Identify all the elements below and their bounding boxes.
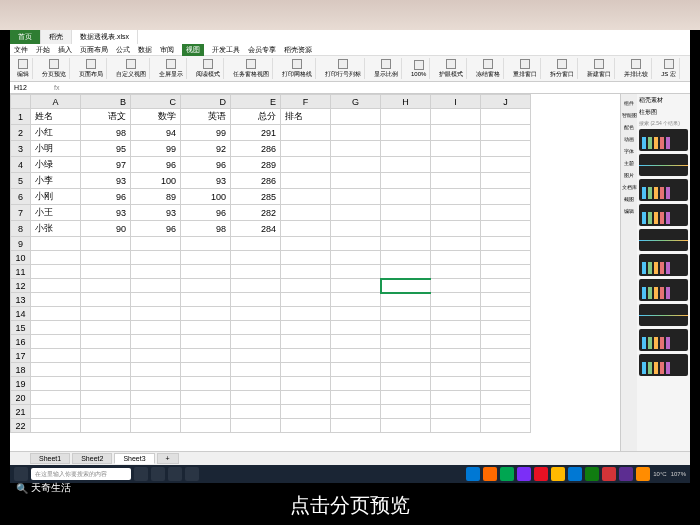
row-header[interactable]: 21 [11,405,31,419]
cell[interactable]: 总分 [231,109,281,125]
cell[interactable] [331,321,381,335]
cell[interactable] [31,377,81,391]
cell[interactable] [431,189,481,205]
cell[interactable] [381,237,431,251]
cell[interactable] [431,125,481,141]
ribbon-item[interactable]: 全屏显示 [156,58,187,79]
chart-thumb[interactable] [639,154,688,176]
col-header[interactable]: D [181,95,231,109]
cell[interactable] [81,349,131,363]
start-button[interactable] [14,467,28,481]
cell[interactable]: 97 [81,157,131,173]
cell[interactable] [181,419,231,433]
cell[interactable] [131,321,181,335]
task-icon[interactable] [483,467,497,481]
cell[interactable] [381,141,431,157]
cell[interactable]: 96 [131,221,181,237]
cell[interactable] [331,125,381,141]
cell[interactable] [431,419,481,433]
cell[interactable] [331,405,381,419]
cell[interactable] [281,205,331,221]
add-sheet[interactable]: + [157,453,179,464]
cell[interactable] [181,279,231,293]
ribbon-item[interactable]: 并排比较 [621,58,652,79]
cell[interactable] [331,237,381,251]
cell[interactable] [481,293,531,307]
cell[interactable] [331,307,381,321]
cell[interactable] [31,419,81,433]
cell[interactable]: 100 [181,189,231,205]
chart-thumb[interactable] [639,354,688,376]
cell[interactable] [331,293,381,307]
row-header[interactable]: 4 [11,157,31,173]
cell[interactable] [331,157,381,173]
cell[interactable] [431,141,481,157]
cell[interactable] [481,349,531,363]
cell[interactable] [81,307,131,321]
side-tab[interactable]: 图片 [624,172,634,178]
cell[interactable] [131,405,181,419]
cell[interactable] [331,419,381,433]
cell[interactable] [431,205,481,221]
cell[interactable] [231,279,281,293]
ribbon-item[interactable]: 拆分窗口 [547,58,578,79]
cell[interactable]: 289 [231,157,281,173]
cell[interactable] [281,377,331,391]
col-header[interactable]: J [481,95,531,109]
cell[interactable] [431,293,481,307]
task-icon[interactable] [551,467,565,481]
cell[interactable] [131,237,181,251]
cell[interactable]: 小明 [31,141,81,157]
cell[interactable] [381,405,431,419]
cell[interactable] [381,293,431,307]
cell[interactable] [231,237,281,251]
cell[interactable] [331,391,381,405]
cell[interactable] [31,265,81,279]
ribbon-item[interactable]: 打印行号列标 [322,58,365,79]
row-header[interactable]: 12 [11,279,31,293]
cell[interactable] [281,173,331,189]
side-tab[interactable]: 主题 [624,160,634,166]
col-header[interactable]: I [431,95,481,109]
cell[interactable]: 93 [181,173,231,189]
menu-file[interactable]: 文件 [14,45,28,55]
cell[interactable]: 94 [131,125,181,141]
task-icon[interactable] [466,467,480,481]
cell[interactable] [331,221,381,237]
cell[interactable] [431,363,481,377]
cell[interactable]: 92 [181,141,231,157]
row-header[interactable]: 16 [11,335,31,349]
task-icon[interactable] [500,467,514,481]
cell[interactable] [281,419,331,433]
cell[interactable] [331,141,381,157]
cell[interactable]: 小红 [31,125,81,141]
cell[interactable] [431,335,481,349]
cell[interactable]: 89 [131,189,181,205]
row-header[interactable]: 6 [11,189,31,205]
ribbon-item[interactable]: 阅读模式 [193,58,224,79]
chart-thumb[interactable] [639,304,688,326]
task-icon[interactable] [168,467,182,481]
col-header[interactable]: E [231,95,281,109]
cell[interactable] [431,321,481,335]
cell[interactable] [331,377,381,391]
cell[interactable] [231,363,281,377]
task-icon[interactable] [619,467,633,481]
cell[interactable]: 282 [231,205,281,221]
tab-docer[interactable]: 稻壳 [41,30,72,44]
cell[interactable] [481,173,531,189]
cell[interactable] [331,363,381,377]
cell[interactable] [281,405,331,419]
task-icon[interactable] [602,467,616,481]
task-icon[interactable] [134,467,148,481]
row-header[interactable]: 8 [11,221,31,237]
cell[interactable] [481,279,531,293]
cell[interactable] [81,377,131,391]
cell[interactable] [381,265,431,279]
cell[interactable]: 96 [181,205,231,221]
cell[interactable] [281,221,331,237]
cell[interactable] [181,237,231,251]
cell[interactable]: 小绿 [31,157,81,173]
col-header[interactable]: C [131,95,181,109]
cell[interactable] [381,377,431,391]
